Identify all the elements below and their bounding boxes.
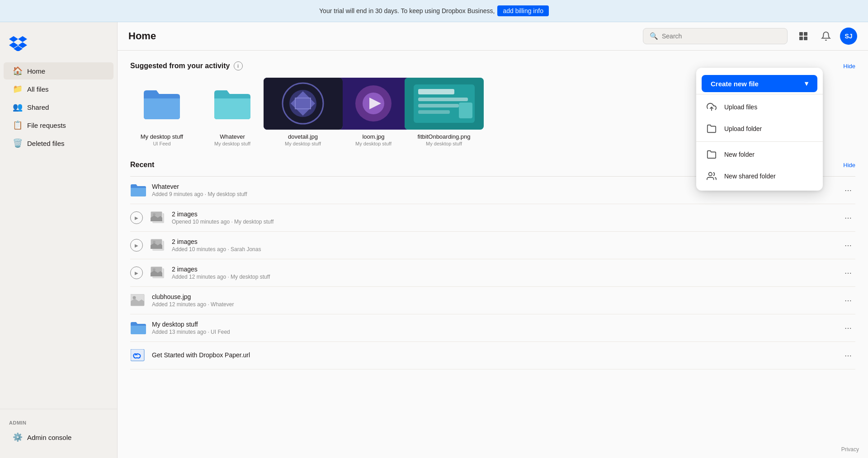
- new-shared-folder-icon: [705, 170, 718, 182]
- create-dropdown: Create new file ▾ Upload files Upload fo…: [696, 68, 823, 191]
- upload-icon: [705, 101, 718, 113]
- create-btn-label: Create new file: [711, 80, 759, 88]
- new-shared-folder-item[interactable]: New shared folder: [696, 165, 823, 187]
- dropdown-divider: [696, 94, 823, 94]
- upload-files-label: Upload files: [724, 103, 757, 111]
- new-folder-label: New folder: [724, 151, 755, 158]
- upload-folder-icon: [705, 122, 718, 135]
- upload-folder-item[interactable]: Upload folder: [696, 118, 823, 140]
- new-folder-item[interactable]: New folder: [696, 144, 823, 165]
- new-folder-icon: [705, 148, 718, 161]
- chevron-down-icon: ▾: [805, 79, 808, 88]
- create-new-file-btn[interactable]: Create new file ▾: [702, 75, 817, 92]
- upload-folder-label: Upload folder: [724, 125, 762, 132]
- new-shared-folder-label: New shared folder: [724, 173, 776, 180]
- upload-files-item[interactable]: Upload files: [696, 96, 823, 118]
- dropdown-divider: [696, 141, 823, 142]
- svg-point-31: [709, 173, 712, 176]
